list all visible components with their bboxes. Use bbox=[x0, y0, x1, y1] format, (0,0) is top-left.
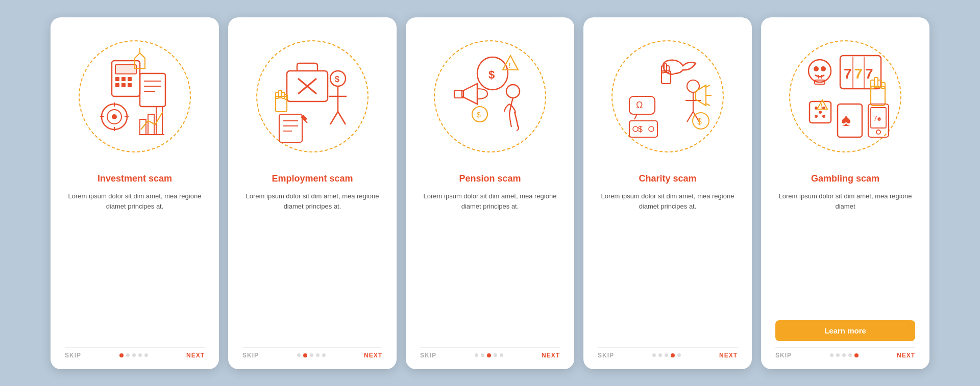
card-footer-charity: SKIP NEXT bbox=[598, 347, 738, 359]
svg-point-73 bbox=[649, 126, 654, 132]
dot-2 bbox=[836, 353, 840, 357]
card-text-employment: Lorem ipsum dolor sit dim amet, mea regi… bbox=[242, 191, 382, 347]
svg-text:♠: ♠ bbox=[841, 109, 851, 130]
learn-more-button[interactable]: Learn more bbox=[775, 320, 915, 341]
dot-4 bbox=[138, 353, 142, 357]
svg-text:$: $ bbox=[697, 117, 702, 126]
icon-area-charity: Ω $ $ bbox=[617, 45, 719, 147]
cards-container: Investment scam Lorem ipsum dolor sit di… bbox=[35, 2, 945, 384]
illustration-charity: Ω $ $ bbox=[599, 28, 737, 165]
card-title-charity: Charity scam bbox=[639, 173, 696, 184]
svg-line-64 bbox=[706, 85, 710, 87]
svg-line-44 bbox=[338, 112, 346, 124]
svg-rect-7 bbox=[128, 83, 132, 87]
card-footer-investment: SKIP NEXT bbox=[65, 347, 205, 359]
dots-investment bbox=[119, 353, 148, 357]
next-button-gambling[interactable]: NEXT bbox=[897, 352, 915, 359]
skip-button-investment[interactable]: SKIP bbox=[65, 352, 81, 359]
card-pension: $ ! $ bbox=[406, 17, 574, 369]
dot-3 bbox=[310, 353, 313, 357]
dot-4 bbox=[848, 353, 852, 357]
dot-5 bbox=[322, 353, 326, 357]
skip-button-gambling[interactable]: SKIP bbox=[775, 352, 792, 359]
employment-icon: $ bbox=[261, 45, 363, 147]
next-button-investment[interactable]: NEXT bbox=[186, 352, 205, 359]
dot-1 bbox=[652, 353, 656, 357]
card-investment: Investment scam Lorem ipsum dolor sit di… bbox=[51, 17, 219, 369]
next-button-employment[interactable]: NEXT bbox=[364, 352, 382, 359]
dot-3 bbox=[487, 353, 491, 357]
dot-2 bbox=[126, 353, 130, 357]
icon-area-investment bbox=[84, 45, 186, 147]
svg-rect-3 bbox=[121, 77, 126, 81]
svg-line-43 bbox=[330, 112, 338, 124]
svg-point-98 bbox=[822, 115, 825, 118]
svg-text:7: 7 bbox=[844, 66, 852, 82]
svg-text:$: $ bbox=[488, 68, 495, 81]
svg-rect-6 bbox=[121, 83, 126, 87]
svg-line-66 bbox=[706, 104, 710, 106]
card-gambling: 7 7 7 bbox=[761, 17, 929, 369]
svg-point-96 bbox=[819, 111, 822, 114]
svg-text:!: ! bbox=[508, 61, 511, 69]
icon-area-pension: $ ! $ bbox=[439, 45, 541, 147]
dot-2 bbox=[303, 353, 307, 357]
card-title-employment: Employment scam bbox=[272, 173, 353, 184]
dot-5 bbox=[854, 353, 859, 357]
next-button-pension[interactable]: NEXT bbox=[542, 352, 560, 359]
card-text-pension: Lorem ipsum dolor sit dim amet, mea regi… bbox=[420, 191, 560, 347]
dots-employment bbox=[297, 353, 326, 357]
dot-3 bbox=[842, 353, 846, 357]
dot-4 bbox=[494, 353, 497, 357]
svg-text:Ω: Ω bbox=[636, 100, 643, 110]
icon-area-employment: $ bbox=[261, 45, 363, 147]
next-button-charity[interactable]: NEXT bbox=[719, 352, 738, 359]
skip-button-pension[interactable]: SKIP bbox=[420, 352, 436, 359]
svg-point-16 bbox=[112, 114, 117, 119]
svg-point-97 bbox=[815, 115, 818, 118]
svg-text:$: $ bbox=[335, 75, 339, 84]
svg-text:$: $ bbox=[638, 125, 643, 134]
svg-marker-63 bbox=[696, 85, 706, 106]
dot-3 bbox=[665, 353, 668, 357]
card-footer-gambling: SKIP NEXT bbox=[775, 347, 915, 359]
svg-point-106 bbox=[876, 130, 880, 134]
svg-point-72 bbox=[633, 126, 638, 132]
card-title-pension: Pension scam bbox=[459, 173, 521, 184]
card-charity: Ω $ $ Charity scam Lorem ipsum dolor sit… bbox=[583, 17, 752, 369]
svg-point-53 bbox=[506, 85, 520, 98]
svg-rect-1 bbox=[115, 65, 136, 74]
skip-button-charity[interactable]: SKIP bbox=[598, 352, 614, 359]
card-title-gambling: Gambling scam bbox=[811, 173, 879, 184]
dot-5 bbox=[500, 353, 503, 357]
skip-button-employment[interactable]: SKIP bbox=[242, 352, 259, 359]
card-title-investment: Investment scam bbox=[97, 173, 172, 184]
card-text-gambling: Lorem ipsum dolor sit dim amet, mea regi… bbox=[775, 191, 915, 316]
illustration-gambling: 7 7 7 bbox=[776, 28, 914, 165]
dot-2 bbox=[658, 353, 662, 357]
card-text-investment: Lorem ipsum dolor sit dim amet, mea regi… bbox=[65, 191, 205, 347]
svg-rect-70 bbox=[629, 121, 657, 137]
icon-area-gambling: 7 7 7 bbox=[794, 45, 896, 147]
illustration-investment bbox=[66, 28, 204, 165]
dot-2 bbox=[481, 353, 484, 357]
dot-4 bbox=[316, 353, 320, 357]
card-text-charity: Lorem ipsum dolor sit dim amet, mea regi… bbox=[598, 191, 738, 347]
svg-rect-33 bbox=[279, 114, 302, 142]
svg-text:$: $ bbox=[477, 111, 481, 119]
card-footer-employment: SKIP NEXT bbox=[242, 347, 382, 359]
svg-point-84 bbox=[821, 66, 826, 71]
dot-4 bbox=[671, 353, 675, 357]
card-footer-pension: SKIP NEXT bbox=[420, 347, 560, 359]
svg-rect-5 bbox=[115, 83, 119, 87]
svg-marker-49 bbox=[462, 84, 477, 104]
dot-1 bbox=[475, 353, 478, 357]
svg-line-69 bbox=[634, 114, 637, 119]
gambling-icon: 7 7 7 bbox=[794, 45, 896, 147]
svg-rect-10 bbox=[140, 73, 165, 107]
dot-3 bbox=[132, 353, 136, 357]
dots-charity bbox=[652, 353, 681, 357]
svg-text:7♠: 7♠ bbox=[873, 114, 881, 122]
svg-rect-22 bbox=[148, 114, 154, 135]
dots-pension bbox=[475, 353, 503, 357]
